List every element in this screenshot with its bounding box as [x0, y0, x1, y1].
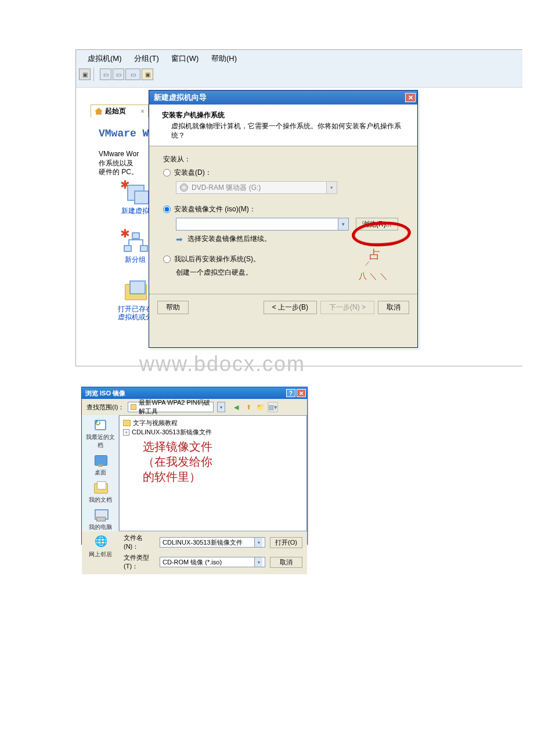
radio-install-disk[interactable]	[163, 169, 171, 177]
nav-buttons: ◀ ⬆ 📁 ▥▾	[231, 402, 278, 412]
radio-install-later-label: 我以后再安装操作系统(S)。	[174, 254, 260, 264]
place-network[interactable]: 网上邻居	[84, 535, 117, 559]
disk-drive-dropdown: ▾	[327, 181, 337, 194]
look-in-dropdown[interactable]: ▾	[217, 402, 225, 412]
home-tab-label: 起始页	[105, 106, 126, 116]
help-icon[interactable]: ?	[286, 389, 295, 397]
file-item[interactable]: +CDLINUX-30513新镜像文件	[123, 428, 303, 437]
wizard-title: 新建虚拟机向导	[154, 92, 207, 103]
look-in-bar: 查找范围(I)： 最新WPA WPA2 PIN码破解工具 ▾ ◀ ⬆ 📁 ▥▾	[82, 399, 307, 415]
option-iso-group: 安装盘镜像文件 (iso)(M)： ▾ 浏览(R)... ➡ 选择安装盘镜像然后…	[163, 204, 407, 244]
browse-iso-dialog: 浏览 ISO 镜像 ? ✕ 查找范围(I)： 最新WPA WPA2 PIN码破解…	[81, 387, 308, 545]
back-button[interactable]: < 上一步(B)	[264, 301, 317, 314]
home-icon	[95, 108, 103, 115]
wizard-heading: 安装客户机操作系统	[162, 110, 409, 120]
home-tab[interactable]: 起始页 ×	[91, 105, 149, 117]
iso-path-input[interactable]	[176, 218, 338, 231]
dropdown-icon[interactable]: ▾	[254, 538, 262, 547]
close-icon[interactable]: ✕	[297, 389, 306, 397]
cancel-button[interactable]: 取消	[378, 301, 409, 314]
radio-iso-file-label: 安装盘镜像文件 (iso)(M)：	[174, 204, 256, 214]
place-documents[interactable]: 我的文档	[84, 480, 117, 504]
arrow-icon: ➡	[176, 235, 183, 244]
open-button[interactable]: 打开(O)	[270, 537, 302, 548]
toolbar-icon[interactable]: ▭	[113, 69, 124, 80]
filename-combo[interactable]: CDLINUX-30513新镜像文件▾	[160, 537, 265, 548]
toolbar-icon[interactable]: ▣	[142, 69, 153, 80]
menubar: 虚拟机(M) 分组(T) 窗口(W) 帮助(H)	[76, 50, 522, 66]
disk-drive-value: DVD-RAM 驱动器 (G:)	[192, 183, 261, 193]
radio-iso-file[interactable]	[163, 206, 171, 213]
look-in-label: 查找范围(I)：	[86, 403, 124, 412]
browse-button[interactable]: 浏览(R)...	[356, 218, 398, 231]
toolbar-icon[interactable]: ▣	[79, 69, 91, 80]
places-bar: 我最近的文档 桌面 我的文档 我的电脑 网上邻居	[82, 415, 119, 531]
back-icon[interactable]: ◀	[231, 402, 241, 412]
wizard-subheading: 虚拟机就像物理计算机，它需要一个操作系统。你将如何安装客户机操作系统？	[162, 121, 409, 140]
toolbar-sep	[93, 67, 97, 81]
radio-install-later[interactable]	[163, 255, 171, 263]
vmware-description: VMware Wor 作系统以及 硬件的 PC。	[99, 150, 151, 177]
wizard-body: 安装从： 安装盘(D)： DVD-RAM 驱动器 (G:) ▾ 安装盘镜像文件 …	[149, 146, 417, 294]
filetype-label: 文件类型(T)：	[124, 553, 155, 571]
option-later-group: 我以后再安装操作系统(S)。 创建一个虚拟空白硬盘。	[163, 254, 407, 278]
cancel-button[interactable]: 取消	[270, 557, 302, 568]
toolbar-icon[interactable]: ▭	[100, 69, 111, 80]
wizard-titlebar: 新建虚拟机向导 ✕	[149, 91, 417, 105]
help-button[interactable]: 帮助	[157, 301, 189, 314]
filetype-combo[interactable]: CD-ROM 镜像 (*.iso)▾	[160, 557, 265, 567]
new-vm-wizard-dialog: 新建虚拟机向导 ✕ 安装客户机操作系统 虚拟机就像物理计算机，它需要一个操作系统…	[149, 90, 418, 348]
menu-window[interactable]: 窗口(W)	[171, 54, 199, 63]
vmware-logo-text: VMware W	[99, 128, 149, 139]
file-list[interactable]: 文字与视频教程 +CDLINUX-30513新镜像文件 选择镜像文件 （在我发给…	[119, 415, 307, 531]
menu-help[interactable]: 帮助(H)	[211, 54, 237, 63]
toolbar-icon[interactable]: ▭	[125, 69, 140, 80]
iso-hint: ➡ 选择安装盘镜像然后继续。	[176, 234, 407, 244]
iso-hint-text: 选择安装盘镜像然后继续。	[187, 234, 271, 244]
dropdown-icon[interactable]: ▾	[254, 557, 262, 567]
iso-path-dropdown[interactable]: ▾	[338, 218, 349, 231]
look-in-combo[interactable]: 最新WPA WPA2 PIN码破解工具	[128, 402, 214, 412]
option-install-disk-group: 安装盘(D)： DVD-RAM 驱动器 (G:) ▾	[163, 168, 407, 194]
look-in-value: 最新WPA WPA2 PIN码破解工具	[139, 398, 211, 416]
tab-close-icon[interactable]: ×	[140, 107, 145, 116]
annotation-text: 选择镜像文件 （在我发给你 的软件里）	[143, 439, 212, 484]
view-menu-icon[interactable]: ▥▾	[268, 402, 278, 412]
wizard-buttons: 帮助 < 上一步(B) 下一步(N) > 取消	[149, 295, 417, 320]
disk-drive-select: DVD-RAM 驱动器 (G:) ▾	[176, 181, 407, 194]
dialog-titlebar: 浏览 ISO 镜像 ? ✕	[82, 387, 307, 399]
radio-install-disk-label: 安装盘(D)：	[174, 168, 212, 178]
folder-icon	[123, 420, 131, 426]
new-folder-icon[interactable]: 📁	[255, 402, 266, 412]
watermark: www.bdocx.com	[139, 352, 305, 376]
dialog-main: 我最近的文档 桌面 我的文档 我的电脑 网上邻居 文字与视频教程 +CDLINU…	[82, 415, 307, 531]
place-computer[interactable]: 我的电脑	[84, 507, 117, 531]
wizard-header: 安装客户机操作系统 虚拟机就像物理计算机，它需要一个操作系统。你将如何安装客户机…	[149, 105, 417, 146]
menu-group[interactable]: 分组(T)	[134, 54, 159, 63]
up-icon[interactable]: ⬆	[243, 402, 254, 412]
place-recent[interactable]: 我最近的文档	[84, 417, 117, 449]
place-desktop[interactable]: 桌面	[84, 453, 117, 477]
folder-icon	[131, 404, 136, 410]
dvd-icon	[180, 183, 188, 192]
install-from-label: 安装从：	[163, 154, 407, 164]
next-button: 下一步(N) >	[320, 301, 374, 314]
toolbar: ▣ ▭ ▭ ▭ ▣	[76, 66, 522, 81]
install-later-sub: 创建一个虚拟空白硬盘。	[176, 268, 407, 278]
file-item[interactable]: 文字与视频教程	[123, 419, 303, 427]
close-icon[interactable]: ✕	[405, 93, 416, 102]
filename-label: 文件名(N)：	[124, 534, 155, 551]
window-chrome: 虚拟机(M) 分组(T) 窗口(W) 帮助(H) ▣ ▭ ▭ ▭ ▣	[76, 50, 522, 88]
menu-vm[interactable]: 虚拟机(M)	[88, 54, 122, 63]
expand-icon: +	[123, 429, 129, 435]
dialog-title: 浏览 ISO 镜像	[85, 389, 125, 398]
